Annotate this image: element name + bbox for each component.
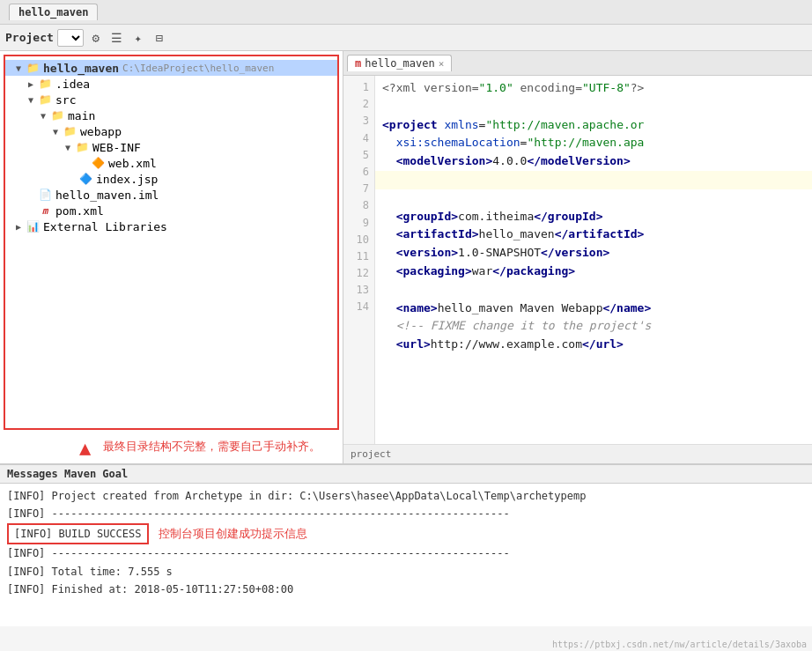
root-folder-icon: 📁 (25, 61, 41, 75)
webxml-label: web.xml (108, 157, 157, 170)
extlibs-icon: 📊 (25, 219, 41, 233)
list-item[interactable]: m pom.xml (5, 203, 337, 218)
tab-close-button[interactable]: × (439, 58, 445, 70)
build-success-badge: [INFO] BUILD SUCCESS (7, 523, 149, 544)
project-scope-select[interactable] (57, 29, 84, 47)
line-numbers: 12345 678910 11121314 (343, 76, 375, 444)
toolbar-left: Project ⚙ ☰ ✦ ⊟ (5, 29, 807, 47)
indexjsp-icon: 🔷 (78, 172, 93, 186)
console-line-success: [INFO] BUILD SUCCESS 控制台项目创建成功提示信息 (7, 523, 805, 544)
project-label: Project (5, 31, 54, 44)
console-line: [INFO] Project created from Archetype in… (7, 487, 805, 505)
extlibs-label: External Libraries (43, 220, 167, 233)
tree-root-arrow: ▼ (12, 63, 25, 73)
main-content: ▼ 📁 hello_maven C:\IdeaProject\hello_mav… (0, 51, 812, 463)
list-item[interactable]: ▼ 📁 main (5, 107, 337, 123)
pom-label: pom.xml (55, 204, 104, 218)
webapp-label: webapp (80, 125, 122, 138)
toolbar: Project ⚙ ☰ ✦ ⊟ (0, 25, 812, 51)
console-annotation: 控制台项目创建成功提示信息 (159, 527, 307, 540)
bottom-panel-header: Messages Maven Goal (0, 465, 812, 484)
code-content[interactable]: <?xml version="1.0" encoding="UTF-8"?> <… (375, 76, 812, 444)
console-output: [INFO] Project created from Archetype in… (0, 484, 812, 626)
tab-pom-icon: m (355, 57, 361, 70)
collapse-icon[interactable]: ⊟ (151, 29, 168, 47)
list-item[interactable]: ▼ 📁 WEB-INF (5, 139, 337, 155)
src-folder-icon: 📁 (37, 92, 53, 107)
console-line: [INFO] ---------------------------------… (7, 505, 805, 522)
idea-label: .idea (55, 78, 90, 91)
webinf-folder-icon: 📁 (74, 140, 90, 154)
console-line: [INFO] Finished at: 2018-05-10T11:27:50+… (7, 581, 805, 598)
list-item[interactable]: ▶ 📁 .idea (5, 76, 337, 92)
src-arrow: ▼ (25, 95, 37, 105)
bottom-panel: Messages Maven Goal [INFO] Project creat… (0, 463, 812, 626)
breadcrumb-text: project (351, 448, 391, 460)
extlibs-arrow: ▶ (12, 222, 25, 232)
idea-folder-icon: 📁 (37, 77, 53, 91)
right-panel: m hello_maven × 12345 678910 11121314 <?… (343, 51, 812, 463)
gear-icon[interactable]: ✦ (129, 29, 147, 47)
console-line: [INFO] Total time: 7.555 s (7, 563, 805, 581)
code-editor: 12345 678910 11121314 <?xml version="1.0… (343, 76, 812, 444)
editor-tabs: m hello_maven × (343, 51, 812, 76)
file-tree: ▼ 📁 hello_maven C:\IdeaProject\hello_mav… (4, 55, 339, 430)
main-folder-icon: 📁 (49, 108, 65, 122)
idea-arrow: ▶ (25, 79, 37, 89)
main-arrow: ▼ (37, 111, 49, 121)
list-item[interactable]: 📄 hello_maven.iml (5, 187, 337, 203)
annotation-area: ▲ 最终目录结构不完整，需要自己手动补齐。 (0, 433, 343, 463)
webinf-arrow: ▼ (62, 143, 74, 152)
tree-root[interactable]: ▼ 📁 hello_maven C:\IdeaProject\hello_mav… (5, 60, 337, 76)
left-panel: ▼ 📁 hello_maven C:\IdeaProject\hello_mav… (0, 51, 343, 463)
editor-tab-pom[interactable]: m hello_maven × (347, 55, 452, 71)
title-tab[interactable]: hello_maven (9, 4, 98, 20)
list-item[interactable]: ▼ 📁 webapp (5, 123, 337, 139)
list-item[interactable]: 🔶 web.xml (5, 155, 337, 171)
title-bar: hello_maven (0, 0, 812, 25)
settings-icon[interactable]: ⚙ (87, 29, 105, 47)
annotation-up-arrow: ▲ (79, 439, 91, 458)
tab-pom-label: hello_maven (365, 57, 434, 70)
list-item[interactable]: ▼ 📁 src (5, 92, 337, 107)
pom-icon: m (37, 203, 53, 218)
iml-icon: 📄 (37, 188, 53, 202)
indexjsp-label: index.jsp (96, 173, 158, 186)
watermark: https://ptbxj.csdn.net/nw/article/detail… (552, 640, 807, 649)
root-path: C:\IdeaProject\hello_maven (122, 63, 274, 74)
webxml-icon: 🔶 (90, 156, 106, 170)
equalize-icon[interactable]: ☰ (108, 29, 126, 47)
editor-breadcrumb: project (343, 444, 812, 463)
webapp-folder-icon: 📁 (62, 124, 78, 138)
list-item[interactable]: ▶ 📊 External Libraries (5, 218, 337, 234)
iml-label: hello_maven.iml (55, 189, 159, 202)
webinf-label: WEB-INF (92, 141, 141, 154)
src-label: src (55, 93, 76, 107)
console-line: [INFO] ---------------------------------… (7, 544, 805, 562)
annotation-text: 最终目录结构不完整，需要自己手动补齐。 (103, 439, 321, 455)
main-label: main (68, 109, 95, 122)
root-label: hello_maven (43, 62, 119, 75)
list-item[interactable]: 🔷 index.jsp (5, 171, 337, 187)
webapp-arrow: ▼ (49, 127, 62, 137)
